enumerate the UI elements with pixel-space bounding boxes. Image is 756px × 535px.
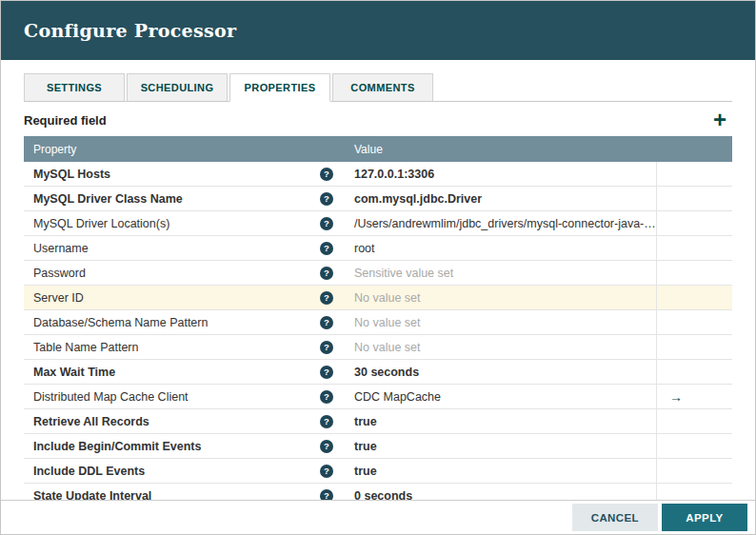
property-name-cell: Database/Schema Name Pattern?: [24, 310, 345, 334]
help-icon[interactable]: ?: [320, 440, 333, 453]
property-value[interactable]: 0 seconds: [345, 484, 656, 500]
help-icon[interactable]: ?: [320, 489, 333, 501]
property-value[interactable]: CDC MapCache: [345, 385, 656, 408]
add-property-button[interactable]: +: [709, 110, 730, 129]
help-icon[interactable]: ?: [320, 242, 333, 255]
property-row[interactable]: MySQL Driver Class Name?com.mysql.jdbc.D…: [24, 187, 732, 211]
property-value[interactable]: No value set: [345, 310, 656, 334]
help-icon[interactable]: ?: [320, 192, 333, 206]
tab-comments[interactable]: COMMENTS: [332, 73, 433, 102]
row-action-cell: [656, 162, 732, 186]
help-icon[interactable]: ?: [320, 390, 333, 404]
property-value[interactable]: true: [345, 459, 656, 483]
dialog-header: Configure Processor: [1, 1, 755, 60]
property-name-cell: Username?: [24, 236, 345, 260]
property-name: Server ID: [33, 291, 84, 305]
property-name: Password: [33, 267, 86, 280]
property-name: Include Begin/Commit Events: [33, 440, 201, 453]
property-name-cell: Distributed Map Cache Client?: [24, 385, 345, 408]
properties-toolbar: Required field +: [24, 102, 732, 136]
property-row[interactable]: Database/Schema Name Pattern?No value se…: [24, 310, 732, 335]
property-name-cell: Max Wait Time?: [24, 360, 345, 384]
property-value[interactable]: true: [345, 434, 656, 458]
property-name-cell: MySQL Driver Class Name?: [24, 187, 345, 210]
property-name: Include DDL Events: [33, 465, 145, 478]
row-action-cell: →: [656, 385, 732, 408]
help-icon[interactable]: ?: [320, 341, 333, 354]
goto-service-icon[interactable]: →: [669, 389, 683, 405]
property-value[interactable]: true: [345, 409, 656, 433]
property-row[interactable]: Include Begin/Commit Events?true: [24, 434, 732, 459]
property-value[interactable]: No value set: [345, 286, 656, 309]
property-name: MySQL Driver Class Name: [33, 192, 183, 206]
property-name: MySQL Hosts: [33, 168, 110, 181]
property-row[interactable]: Password?Sensitive value set: [24, 261, 732, 286]
property-name-cell: Password?: [24, 261, 345, 285]
apply-button[interactable]: APPLY: [662, 504, 747, 531]
property-name-cell: Include Begin/Commit Events?: [24, 434, 345, 458]
table-header-row: Property Value: [24, 136, 732, 162]
property-row[interactable]: Retrieve All Records?true: [24, 409, 732, 434]
property-name: Database/Schema Name Pattern: [33, 316, 208, 329]
column-header-property: Property: [24, 143, 345, 156]
row-action-cell: [656, 459, 732, 483]
row-action-cell: [656, 434, 732, 458]
help-icon[interactable]: ?: [320, 267, 333, 280]
property-row[interactable]: Table Name Pattern?No value set: [24, 335, 732, 360]
property-name: State Update Interval: [33, 489, 151, 501]
property-row[interactable]: MySQL Driver Location(s)?/Users/andrewml…: [24, 211, 732, 236]
property-row[interactable]: MySQL Hosts?127.0.0.1:3306: [24, 162, 732, 187]
table-body: MySQL Hosts?127.0.0.1:3306MySQL Driver C…: [24, 162, 732, 500]
property-value[interactable]: /Users/andrewmlim/jdbc_drivers/mysql-con…: [345, 211, 656, 235]
property-value[interactable]: No value set: [345, 335, 656, 359]
row-action-cell: [656, 484, 732, 500]
tab-scheduling[interactable]: SCHEDULING: [127, 73, 228, 102]
property-value[interactable]: 30 seconds: [345, 360, 656, 384]
tab-bar: SETTINGSSCHEDULINGPROPERTIESCOMMENTS: [24, 73, 732, 102]
help-icon[interactable]: ?: [320, 168, 333, 181]
property-row[interactable]: Include DDL Events?true: [24, 459, 732, 484]
help-icon[interactable]: ?: [320, 217, 333, 230]
help-icon[interactable]: ?: [320, 291, 333, 305]
properties-table: Property Value MySQL Hosts?127.0.0.1:330…: [24, 136, 732, 500]
property-name: Distributed Map Cache Client: [33, 390, 189, 404]
help-icon[interactable]: ?: [320, 415, 333, 428]
property-name-cell: Table Name Pattern?: [24, 335, 345, 359]
property-value[interactable]: com.mysql.jdbc.Driver: [345, 187, 656, 210]
required-field-label: Required field: [24, 113, 107, 128]
property-name: Max Wait Time: [33, 366, 115, 379]
help-icon[interactable]: ?: [320, 366, 333, 379]
property-name: Username: [33, 242, 89, 255]
row-action-cell: [656, 409, 732, 433]
property-name: Retrieve All Records: [33, 415, 149, 428]
row-action-cell: [656, 187, 732, 210]
configure-processor-dialog: Configure Processor SETTINGSSCHEDULINGPR…: [0, 0, 756, 535]
property-row[interactable]: Username?root: [24, 236, 732, 261]
row-action-cell: [656, 236, 732, 260]
row-action-cell: [656, 310, 732, 334]
help-icon[interactable]: ?: [320, 465, 333, 478]
property-name-cell: MySQL Hosts?: [24, 162, 345, 186]
help-icon[interactable]: ?: [320, 316, 333, 329]
tab-properties[interactable]: PROPERTIES: [229, 73, 330, 102]
property-value[interactable]: Sensitive value set: [345, 261, 656, 285]
dialog-body: SETTINGSSCHEDULINGPROPERTIESCOMMENTS Req…: [1, 60, 755, 500]
dialog-footer: CANCEL APPLY: [1, 500, 755, 534]
property-name-cell: Retrieve All Records?: [24, 409, 345, 433]
property-value[interactable]: 127.0.0.1:3306: [345, 162, 656, 186]
tab-settings[interactable]: SETTINGS: [24, 73, 125, 102]
property-row[interactable]: State Update Interval?0 seconds: [24, 484, 732, 500]
property-row[interactable]: Distributed Map Cache Client?CDC MapCach…: [24, 385, 732, 409]
dialog-title: Configure Processor: [24, 20, 236, 41]
row-action-cell: [656, 286, 732, 309]
property-name: MySQL Driver Location(s): [33, 217, 169, 230]
property-row[interactable]: Server ID?No value set: [24, 286, 732, 310]
property-value[interactable]: root: [345, 236, 656, 260]
row-action-cell: [656, 261, 732, 285]
row-action-cell: [656, 360, 732, 384]
cancel-button[interactable]: CANCEL: [572, 504, 658, 531]
property-row[interactable]: Max Wait Time?30 seconds: [24, 360, 732, 385]
property-name-cell: Include DDL Events?: [24, 459, 345, 483]
property-name-cell: MySQL Driver Location(s)?: [24, 211, 345, 235]
column-header-value: Value: [345, 143, 656, 156]
